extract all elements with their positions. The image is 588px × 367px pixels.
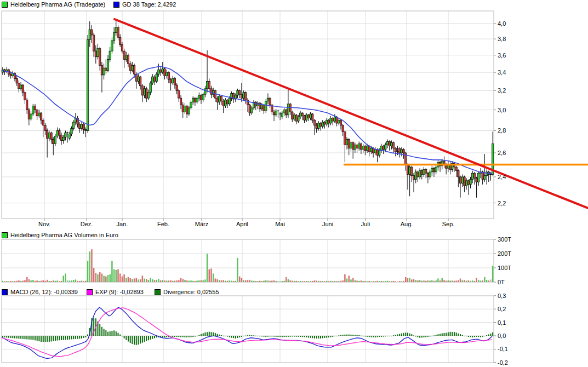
svg-text:Aug.: Aug. — [401, 221, 413, 227]
svg-text:300T: 300T — [498, 236, 511, 243]
svg-text:3,0: 3,0 — [498, 107, 506, 113]
svg-text:2,8: 2,8 — [498, 127, 506, 134]
svg-text:100T: 100T — [498, 265, 511, 271]
svg-text:Mai: Mai — [275, 221, 285, 227]
candlesticks — [2, 19, 494, 198]
trend-line — [115, 19, 588, 208]
svg-text:0T: 0T — [498, 279, 505, 285]
svg-text:Juli: Juli — [361, 221, 370, 227]
svg-text:Sep.: Sep. — [442, 221, 455, 227]
volume-bars — [2, 249, 494, 282]
chart-canvas: 4,03,83,63,43,23,02,82,62,42,2300T200T10… — [0, 0, 588, 367]
svg-text:0,2: 0,2 — [498, 306, 506, 312]
svg-text:Nov.: Nov. — [38, 221, 50, 227]
svg-text:2,2: 2,2 — [498, 200, 506, 207]
svg-text:0,3: 0,3 — [498, 293, 506, 299]
svg-text:April: April — [236, 221, 248, 227]
svg-text:200T: 200T — [498, 250, 511, 257]
svg-text:3,4: 3,4 — [498, 69, 506, 76]
svg-text:Jan.: Jan. — [117, 221, 128, 227]
volume-pane — [2, 239, 494, 282]
svg-text:2,4: 2,4 — [498, 174, 506, 180]
svg-text:Juni: Juni — [322, 221, 333, 227]
svg-text:3,6: 3,6 — [498, 52, 506, 59]
svg-text:3,8: 3,8 — [498, 36, 506, 42]
svg-text:0,0: 0,0 — [498, 332, 506, 339]
svg-text:Feb.: Feb. — [157, 221, 169, 227]
stock-chart: Heidelberg Pharma AG (Tradegate) GD 38 T… — [0, 0, 588, 367]
svg-text:3,2: 3,2 — [498, 87, 506, 94]
svg-text:4,0: 4,0 — [498, 20, 506, 27]
svg-text:-0,1: -0,1 — [498, 346, 508, 352]
svg-text:-0,2: -0,2 — [498, 359, 508, 366]
svg-text:0,1: 0,1 — [498, 319, 506, 326]
macd-line — [2, 307, 492, 358]
svg-text:Dez.: Dez. — [81, 221, 93, 227]
svg-text:2,6: 2,6 — [498, 150, 506, 156]
svg-text:März: März — [195, 221, 208, 227]
